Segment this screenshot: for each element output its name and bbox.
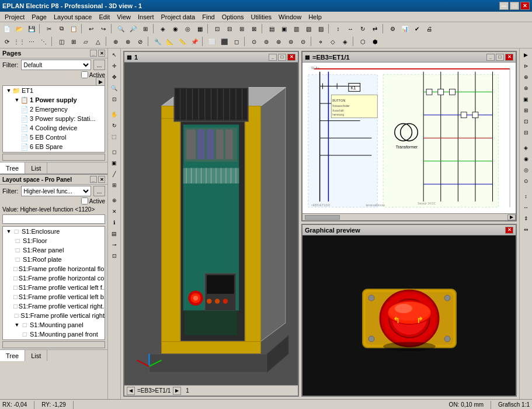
tb2-b12[interactable]: 🔧 [152, 36, 164, 47]
tab-tree-layout[interactable]: Tree [0, 350, 25, 361]
tb-b10[interactable]: ▣ [278, 23, 290, 34]
tb-b15[interactable]: ↔ [345, 23, 356, 34]
rside-b8[interactable]: ⊟ [521, 127, 531, 138]
side-rotate[interactable]: ↻ [109, 120, 120, 131]
side-line[interactable]: ╱ [109, 169, 120, 179]
layout-close-btn[interactable]: ✕ [98, 176, 105, 183]
view-3d-maximize[interactable]: □ [278, 54, 286, 61]
side-3d-view[interactable]: ⬚ [109, 131, 120, 142]
tb2-b7[interactable]: ▱ [80, 36, 92, 47]
close-button[interactable]: ✕ [520, 2, 530, 10]
rside-b14[interactable]: ↔ [521, 202, 531, 213]
rside-b3[interactable]: ⊕ [521, 72, 531, 82]
menu-find[interactable]: Find [199, 13, 218, 21]
menu-layout-space[interactable]: Layout space [50, 13, 95, 21]
tb2-b15[interactable]: 📌 [189, 36, 200, 47]
tb-zoom-in[interactable]: 🔍 [115, 23, 127, 34]
tb2-b20[interactable]: ⊚ [260, 36, 272, 47]
side-select2[interactable]: ▣ [109, 158, 120, 168]
tb-check[interactable]: ✔ [411, 23, 423, 34]
side-layer[interactable]: ▤ [109, 228, 120, 239]
tab-list-layout[interactable]: List [25, 350, 47, 361]
tb2-b1[interactable]: ⟳ [1, 36, 13, 47]
layout-tree-mp[interactable]: ▼ □ S1:Mounting panel [3, 320, 105, 330]
tb-b5[interactable]: ⊡ [211, 23, 223, 34]
tb-b13[interactable]: ▨ [315, 23, 326, 34]
side-crosshair[interactable]: ✛ [109, 61, 120, 71]
menu-window[interactable]: Window [275, 13, 305, 21]
tb-b3[interactable]: ◎ [182, 23, 193, 34]
menu-insert[interactable]: Insert [134, 13, 158, 21]
tb2-b5[interactable]: ◫ [55, 36, 67, 47]
rside-b6[interactable]: ⊞ [521, 105, 531, 116]
schematic-hscroll[interactable]: ▶ [302, 213, 516, 220]
nav-next[interactable]: ▶ [173, 387, 181, 395]
rside-b7[interactable]: ⊡ [521, 116, 531, 127]
side-zoom-rect[interactable]: ⊡ [109, 94, 120, 105]
view-3d-minimize[interactable]: _ [269, 54, 277, 61]
rside-b2[interactable]: ⊳ [521, 61, 531, 71]
rside-b5[interactable]: ▣ [521, 94, 531, 105]
tab-list-pages[interactable]: List [25, 162, 47, 174]
tree-item-emergency[interactable]: 📄 2 Emergency [3, 105, 105, 114]
side-arrow[interactable]: ↖ [109, 50, 120, 60]
side-insert[interactable]: ⊕ [109, 195, 120, 206]
side-component[interactable]: ⊡ [109, 251, 120, 261]
layout-minimize-btn[interactable]: _ [90, 176, 97, 183]
layout-tree-fph1[interactable]: □ S1:Frame profile horizontal flo... [3, 264, 105, 273]
tb-b2[interactable]: ◉ [169, 23, 181, 34]
tree-item-cooling[interactable]: 📄 4 Cooling device [3, 123, 105, 133]
rside-b15[interactable]: ⇕ [521, 213, 531, 224]
menu-help[interactable]: Help [305, 13, 325, 21]
schematic-close[interactable]: ✕ [505, 54, 513, 61]
layout-tree-roof[interactable]: □ S1:Roof plate [3, 255, 105, 264]
tb2-b17[interactable]: ⬛ [218, 36, 230, 47]
pages-filter-select[interactable]: Default [21, 60, 92, 70]
tree-item-ab-control[interactable]: 📄 7 AB Control [3, 151, 105, 152]
layout-tree-fpvlb[interactable]: □ S1:Frame profile vertical left b... [3, 292, 105, 301]
menu-page[interactable]: Page [28, 13, 50, 21]
pages-active-checkbox[interactable] [81, 71, 88, 78]
schematic-scroll-right[interactable]: ▶ [507, 214, 516, 220]
schematic-maximize[interactable]: □ [496, 54, 504, 61]
tb-b14[interactable]: ↕ [332, 23, 344, 34]
menu-utilities[interactable]: Utilities [248, 13, 275, 21]
tb-open[interactable]: 📂 [13, 23, 25, 34]
tb2-b10[interactable]: ⊗ [122, 36, 134, 47]
tree-item-power-supply[interactable]: ▼ 📋 1 Power supply [3, 95, 105, 105]
side-props[interactable]: ℹ [109, 217, 120, 228]
tree-item-eb-control[interactable]: 📄 5 EB Control [3, 133, 105, 142]
tb-report[interactable]: 📊 [399, 23, 411, 34]
tree-item-et1[interactable]: ▼ 📁 ET1 [3, 86, 105, 95]
pages-close-btn[interactable]: ✕ [98, 50, 105, 57]
view-3d-close[interactable]: ✕ [287, 54, 295, 61]
side-zoom[interactable]: 🔍 [109, 83, 120, 93]
layout-filter-btn[interactable]: ... [93, 186, 105, 196]
pages-filter-btn[interactable]: ... [93, 60, 105, 70]
tb-mirror[interactable]: ⇄ [369, 23, 381, 34]
maximize-button[interactable]: □ [510, 2, 519, 10]
side-wire[interactable]: ⊸ [109, 240, 120, 250]
tb2-b13[interactable]: 📐 [164, 36, 176, 47]
tb-redo[interactable]: ↪ [98, 23, 109, 34]
rside-b9[interactable]: ◈ [521, 143, 531, 153]
tb-print[interactable]: 🖨 [423, 23, 435, 34]
tb2-b27[interactable]: ⬡ [357, 36, 368, 47]
menu-view[interactable]: View [113, 13, 134, 21]
tb2-b4[interactable]: ⋱ [38, 36, 50, 47]
tb2-b23[interactable]: ⊝ [297, 36, 309, 47]
tb2-b22[interactable]: ⊜ [285, 36, 297, 47]
layout-value-input[interactable] [2, 214, 105, 224]
tb2-b19[interactable]: ⊙ [248, 36, 260, 47]
layout-filter-select[interactable]: Higher-level func... [21, 186, 92, 196]
tb-copy[interactable]: ⧉ [55, 23, 67, 34]
tb2-b3[interactable]: ⋯ [26, 36, 37, 47]
rside-b12[interactable]: ⊙ [521, 176, 531, 186]
tb-fit[interactable]: ⊞ [140, 23, 151, 34]
layout-tree-fpvr2[interactable]: □ S1:Frame profile vertical right [3, 311, 105, 320]
layout-tree-enclosure[interactable]: ▼ □ S1:Enclosure [3, 227, 105, 236]
tb-save[interactable]: 💾 [26, 23, 37, 34]
tab-tree-pages[interactable]: Tree [0, 162, 25, 174]
layout-tree-fpvr1[interactable]: □ S1:Frame profile vertical right... [3, 301, 105, 311]
layout-tree-mpf[interactable]: □ S1:Mounting panel front [3, 330, 105, 339]
